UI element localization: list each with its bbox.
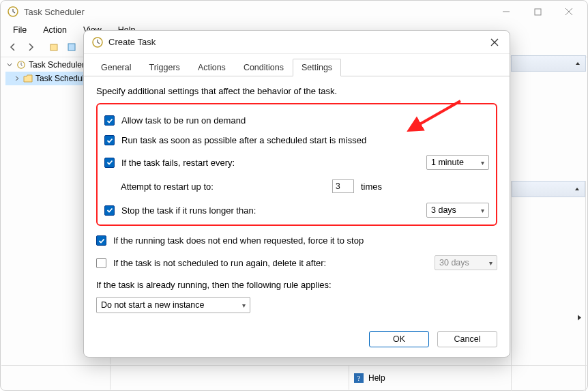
dialog-title: Create Task <box>108 37 485 47</box>
select-delete-after-value: 30 days <box>439 258 469 267</box>
label-stop-longer: Stop the task if it runs longer than: <box>121 205 420 216</box>
close-button[interactable] <box>553 1 585 22</box>
checkbox-restart-every[interactable] <box>104 158 115 168</box>
chevron-down-icon: ▾ <box>489 259 493 267</box>
tab-actions[interactable]: Actions <box>189 59 235 76</box>
check-icon <box>98 237 105 244</box>
menu-file[interactable]: File <box>6 24 33 36</box>
actions-body <box>511 181 586 391</box>
chevron-down-icon: ▾ <box>481 159 484 166</box>
checkbox-stop-longer[interactable] <box>104 205 115 216</box>
tab-general[interactable]: General <box>92 59 140 76</box>
label-delete-after: If the task is not scheduled to run agai… <box>113 258 428 268</box>
help-label[interactable]: Help <box>368 373 385 383</box>
minimize-button[interactable] <box>490 1 522 22</box>
svg-rect-3 <box>68 44 75 50</box>
actions-header-1[interactable] <box>511 55 586 72</box>
close-icon <box>490 38 499 46</box>
select-delete-after[interactable]: 30 days ▾ <box>435 255 497 270</box>
back-button[interactable] <box>5 39 21 55</box>
select-rule[interactable]: Do not start a new instance ▾ <box>96 297 250 313</box>
dialog-title-bar: Create Task <box>84 31 510 54</box>
input-attempt-count[interactable] <box>332 179 354 193</box>
actions-header-2[interactable] <box>512 181 585 197</box>
select-rule-value: Do not start a new instance <box>101 300 204 310</box>
title-bar: Task Scheduler <box>1 1 587 23</box>
select-stop-longer-value: 3 days <box>431 205 456 215</box>
label-run-asap: Run task as soon as possible after a sch… <box>121 135 489 145</box>
clock-icon <box>92 37 103 48</box>
clock-icon <box>16 60 26 70</box>
help-icon: ? <box>353 373 364 383</box>
chevron-down-icon <box>5 61 14 69</box>
actions-panel <box>511 55 586 364</box>
tab-triggers[interactable]: Triggers <box>140 59 188 76</box>
chevron-up-icon <box>574 60 581 67</box>
checkbox-run-asap[interactable] <box>104 135 115 145</box>
tab-settings[interactable]: Settings <box>293 59 341 76</box>
expand-arrow-icon[interactable] <box>576 313 583 325</box>
check-icon <box>106 117 113 124</box>
forward-button[interactable] <box>23 39 39 55</box>
label-rule: If the task is already running, then the… <box>96 280 497 290</box>
toolbar-button-2[interactable] <box>63 39 80 55</box>
clock-icon <box>8 6 18 17</box>
chevron-down-icon: ▾ <box>242 302 246 309</box>
dialog-tabs: General Triggers Actions Conditions Sett… <box>84 54 510 76</box>
check-icon <box>106 137 113 144</box>
tab-conditions[interactable]: Conditions <box>235 59 293 76</box>
checkbox-delete-after[interactable] <box>96 258 106 268</box>
highlighted-region: Allow task to be run on demand Run task … <box>96 103 497 226</box>
checkbox-allow-on-demand[interactable] <box>104 115 115 126</box>
check-icon <box>106 207 113 214</box>
select-restart-every[interactable]: 1 minute ▾ <box>426 155 489 170</box>
select-restart-every-value: 1 minute <box>431 158 464 167</box>
status-bar: ? Help <box>1 365 587 390</box>
chevron-right-icon <box>14 75 20 82</box>
create-task-dialog: Create Task General Triggers Actions Con… <box>83 30 510 358</box>
label-attempt-suffix: times <box>361 182 382 192</box>
ok-button[interactable]: OK <box>369 331 429 347</box>
label-restart-every: If the task fails, restart every: <box>121 158 420 168</box>
label-allow-on-demand: Allow task to be run on demand <box>121 115 489 126</box>
label-force-stop: If the running task does not end when re… <box>113 235 497 246</box>
maximize-button[interactable] <box>522 1 553 22</box>
dialog-body: Specify additional settings that affect … <box>84 76 510 320</box>
checkbox-force-stop[interactable] <box>96 235 106 246</box>
dialog-footer: OK Cancel <box>369 331 497 347</box>
dialog-close-button[interactable] <box>485 34 504 50</box>
select-stop-longer[interactable]: 3 days ▾ <box>426 203 489 218</box>
folder-icon <box>23 74 33 83</box>
label-attempt-restart: Attempt to restart up to: <box>121 182 325 192</box>
toolbar-button-1[interactable] <box>46 39 62 55</box>
svg-rect-2 <box>50 44 57 50</box>
chevron-down-icon: ▾ <box>481 207 484 214</box>
tree-child-label: Task Schedule <box>35 74 89 83</box>
svg-text:?: ? <box>357 374 361 382</box>
settings-description: Specify additional settings that affect … <box>96 86 497 96</box>
cancel-button[interactable]: Cancel <box>437 331 497 347</box>
chevron-up-icon <box>574 186 580 192</box>
check-icon <box>106 159 113 166</box>
menu-action[interactable]: Action <box>36 24 74 36</box>
window-title: Task Scheduler <box>24 7 490 17</box>
svg-rect-1 <box>535 9 541 15</box>
